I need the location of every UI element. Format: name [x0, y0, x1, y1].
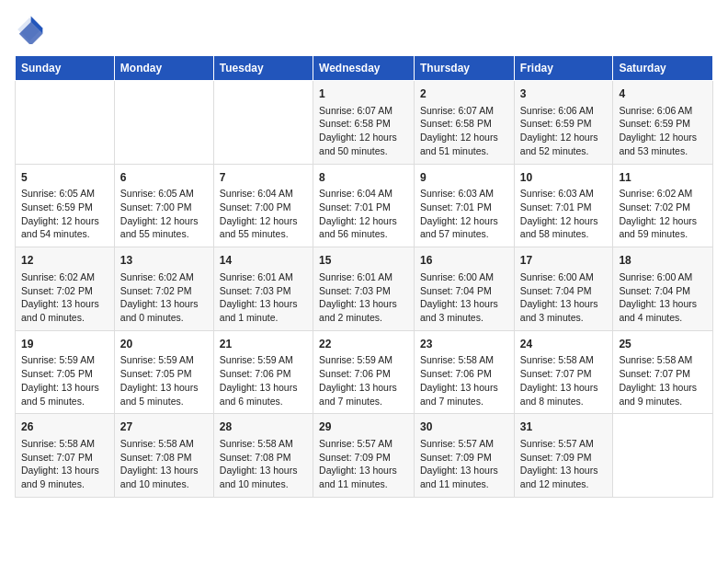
- day-info: Daylight: 12 hours: [120, 214, 208, 228]
- day-info: Sunset: 7:01 PM: [420, 201, 508, 214]
- calendar-cell: [16, 81, 115, 165]
- day-number: 15: [319, 253, 408, 269]
- week-row-2: 5Sunrise: 6:05 AMSunset: 6:59 PMDaylight…: [16, 164, 713, 247]
- day-info: Daylight: 13 hours: [420, 297, 508, 311]
- day-info: and 0 minutes.: [120, 311, 208, 325]
- day-number: 12: [21, 253, 108, 269]
- day-info: and 5 minutes.: [120, 395, 208, 408]
- day-info: Daylight: 13 hours: [319, 381, 408, 395]
- day-info: Daylight: 13 hours: [220, 464, 307, 477]
- day-info: Sunrise: 6:05 AM: [21, 187, 108, 201]
- day-info: Sunrise: 6:02 AM: [619, 187, 707, 201]
- day-info: Sunrise: 5:59 AM: [220, 353, 307, 367]
- calendar-cell: 9Sunrise: 6:03 AMSunset: 7:01 PMDaylight…: [415, 164, 515, 247]
- day-info: Sunrise: 6:04 AM: [319, 187, 408, 201]
- day-info: and 1 minute.: [220, 311, 307, 325]
- day-number: 29: [319, 419, 408, 435]
- day-number: 17: [520, 253, 608, 269]
- day-info: Sunrise: 6:06 AM: [619, 104, 707, 118]
- calendar-cell: 20Sunrise: 5:59 AMSunset: 7:05 PMDayligh…: [114, 330, 213, 414]
- day-info: Sunset: 7:07 PM: [520, 367, 608, 381]
- day-info: Sunrise: 6:01 AM: [319, 270, 408, 284]
- day-info: Sunset: 7:06 PM: [420, 367, 508, 381]
- calendar-cell: 7Sunrise: 6:04 AMSunset: 7:00 PMDaylight…: [213, 164, 313, 247]
- day-info: Sunset: 7:05 PM: [120, 367, 208, 381]
- day-info: and 53 minutes.: [619, 144, 707, 158]
- day-info: Daylight: 13 hours: [520, 381, 608, 395]
- day-info: Daylight: 13 hours: [120, 381, 208, 395]
- calendar-cell: 26Sunrise: 5:58 AMSunset: 7:07 PMDayligh…: [16, 414, 115, 498]
- day-number: 11: [619, 170, 707, 186]
- day-info: Sunset: 7:06 PM: [220, 367, 307, 381]
- calendar-header-row: SundayMondayTuesdayWednesdayThursdayFrid…: [16, 56, 713, 81]
- day-info: and 0 minutes.: [21, 311, 108, 325]
- day-info: Sunset: 7:04 PM: [520, 284, 608, 298]
- week-row-4: 19Sunrise: 5:59 AMSunset: 7:05 PMDayligh…: [16, 330, 713, 414]
- day-info: Daylight: 13 hours: [520, 464, 608, 477]
- day-info: Daylight: 13 hours: [220, 381, 307, 395]
- day-info: Daylight: 12 hours: [220, 214, 307, 228]
- day-info: Sunset: 7:02 PM: [21, 284, 108, 298]
- day-info: Daylight: 13 hours: [220, 297, 307, 311]
- week-row-1: 1Sunrise: 6:07 AMSunset: 6:58 PMDaylight…: [16, 81, 713, 165]
- calendar-cell: 18Sunrise: 6:00 AMSunset: 7:04 PMDayligh…: [613, 247, 713, 331]
- day-info: Sunset: 7:01 PM: [319, 201, 408, 214]
- day-info: Sunrise: 6:03 AM: [420, 187, 508, 201]
- day-number: 9: [420, 170, 508, 186]
- calendar-cell: 6Sunrise: 6:05 AMSunset: 7:00 PMDaylight…: [114, 164, 213, 247]
- calendar-cell: 19Sunrise: 5:59 AMSunset: 7:05 PMDayligh…: [16, 330, 115, 414]
- day-number: 8: [319, 170, 408, 186]
- calendar-cell: 10Sunrise: 6:03 AMSunset: 7:01 PMDayligh…: [514, 164, 613, 247]
- day-info: Sunset: 7:06 PM: [319, 367, 408, 381]
- day-info: and 10 minutes.: [220, 477, 307, 491]
- calendar-cell: 12Sunrise: 6:02 AMSunset: 7:02 PMDayligh…: [16, 247, 115, 331]
- day-info: Sunrise: 6:07 AM: [420, 104, 508, 118]
- day-info: Sunset: 6:58 PM: [319, 117, 408, 131]
- day-number: 19: [21, 337, 108, 352]
- day-info: and 10 minutes.: [120, 477, 208, 491]
- calendar-cell: 3Sunrise: 6:06 AMSunset: 6:59 PMDaylight…: [514, 81, 613, 165]
- day-info: and 3 minutes.: [520, 311, 608, 325]
- day-info: Sunset: 7:04 PM: [619, 284, 707, 298]
- day-info: Sunset: 7:08 PM: [120, 451, 208, 465]
- day-info: and 50 minutes.: [319, 144, 408, 158]
- day-info: Sunrise: 6:03 AM: [520, 187, 608, 201]
- calendar-cell: 21Sunrise: 5:59 AMSunset: 7:06 PMDayligh…: [213, 330, 313, 414]
- day-info: Sunset: 7:03 PM: [319, 284, 408, 298]
- day-info: and 6 minutes.: [220, 395, 307, 408]
- day-info: and 11 minutes.: [319, 477, 408, 491]
- day-info: Sunrise: 6:02 AM: [120, 270, 208, 284]
- calendar-cell: 17Sunrise: 6:00 AMSunset: 7:04 PMDayligh…: [514, 247, 613, 331]
- day-info: Daylight: 12 hours: [420, 131, 508, 144]
- calendar-cell: 28Sunrise: 5:58 AMSunset: 7:08 PMDayligh…: [213, 414, 313, 498]
- day-info: Sunrise: 5:59 AM: [21, 353, 108, 367]
- day-number: 1: [319, 86, 408, 102]
- day-info: Daylight: 13 hours: [619, 381, 707, 395]
- day-number: 6: [120, 170, 208, 186]
- day-info: Daylight: 12 hours: [619, 214, 707, 228]
- day-info: and 4 minutes.: [619, 311, 707, 325]
- day-number: 16: [420, 253, 508, 269]
- day-info: Daylight: 13 hours: [420, 464, 508, 477]
- day-info: Sunrise: 6:00 AM: [420, 270, 508, 284]
- calendar-cell: 22Sunrise: 5:59 AMSunset: 7:06 PMDayligh…: [313, 330, 415, 414]
- calendar-cell: [213, 81, 313, 165]
- day-info: Sunset: 7:04 PM: [420, 284, 508, 298]
- day-info: and 59 minutes.: [619, 227, 707, 241]
- day-info: Daylight: 13 hours: [21, 381, 108, 395]
- day-info: Daylight: 13 hours: [319, 297, 408, 311]
- day-info: Sunrise: 5:58 AM: [619, 353, 707, 367]
- week-row-5: 26Sunrise: 5:58 AMSunset: 7:07 PMDayligh…: [16, 414, 713, 498]
- calendar-cell: 25Sunrise: 5:58 AMSunset: 7:07 PMDayligh…: [613, 330, 713, 414]
- day-info: Daylight: 12 hours: [420, 214, 508, 228]
- calendar-cell: 5Sunrise: 6:05 AMSunset: 6:59 PMDaylight…: [16, 164, 115, 247]
- day-info: and 52 minutes.: [520, 144, 608, 158]
- day-number: 5: [21, 170, 108, 186]
- day-info: Sunset: 7:09 PM: [420, 451, 508, 465]
- day-info: and 7 minutes.: [319, 395, 408, 408]
- day-info: and 56 minutes.: [319, 227, 408, 241]
- day-info: Sunset: 6:59 PM: [619, 117, 707, 131]
- day-info: Sunrise: 6:06 AM: [520, 104, 608, 118]
- calendar-cell: 2Sunrise: 6:07 AMSunset: 6:58 PMDaylight…: [415, 81, 515, 165]
- day-info: Sunrise: 5:59 AM: [120, 353, 208, 367]
